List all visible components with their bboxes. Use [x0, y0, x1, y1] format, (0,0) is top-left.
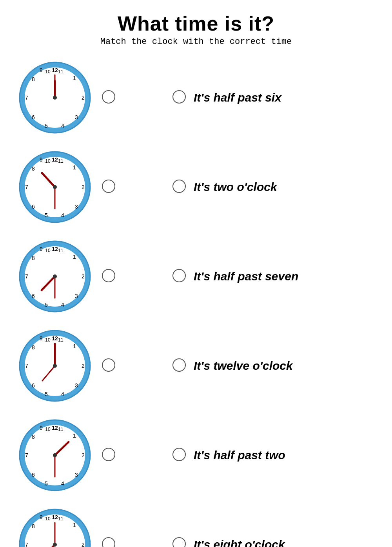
answer-label-2: It's two o'clock [194, 180, 277, 194]
svg-text:1: 1 [73, 75, 76, 81]
row-6: 12 1 2 3 4 5 6 7 8 9 10 11 [16, 505, 376, 547]
clock-radio-4[interactable] [102, 358, 115, 373]
answer-label-4: It's twelve o'clock [194, 359, 293, 373]
svg-text:5: 5 [45, 123, 48, 129]
svg-text:1: 1 [73, 164, 76, 171]
answer-radio-2[interactable] [172, 180, 186, 194]
clock-area-5: 12 1 2 3 4 5 6 7 8 9 10 11 [16, 416, 141, 494]
svg-text:9: 9 [40, 246, 43, 252]
answer-area-1: It's half past six [172, 90, 376, 105]
svg-text:11: 11 [58, 516, 64, 522]
clock-radio-circle-2[interactable] [102, 180, 115, 193]
svg-text:4: 4 [61, 480, 64, 487]
svg-text:12: 12 [52, 67, 58, 73]
clock-area-6: 12 1 2 3 4 5 6 7 8 9 10 11 [16, 505, 141, 547]
svg-text:5: 5 [45, 212, 48, 218]
answer-label-6: It's eight o'clock [194, 538, 285, 547]
page-header: What time is it? Match the clock with th… [16, 12, 376, 47]
clock-6: 12 1 2 3 4 5 6 7 8 9 10 11 [16, 505, 94, 547]
svg-text:9: 9 [40, 514, 43, 520]
answer-radio-1[interactable] [172, 90, 186, 105]
svg-text:8: 8 [32, 255, 35, 261]
svg-point-33 [53, 185, 57, 189]
answer-radio-circle-5[interactable] [172, 448, 186, 461]
answer-radio-circle-4[interactable] [172, 358, 186, 372]
svg-text:5: 5 [45, 302, 48, 308]
svg-point-50 [53, 274, 57, 278]
svg-point-67 [53, 364, 57, 368]
svg-text:3: 3 [75, 472, 78, 478]
svg-text:3: 3 [75, 382, 78, 389]
svg-text:12: 12 [52, 246, 58, 252]
svg-text:10: 10 [45, 69, 51, 75]
rows-container: 12 1 2 3 4 5 6 7 8 9 10 11 [16, 58, 376, 547]
clock-2: 12 1 2 3 4 5 6 7 8 9 10 11 [16, 148, 94, 226]
svg-text:11: 11 [58, 337, 64, 343]
row-5: 12 1 2 3 4 5 6 7 8 9 10 11 [16, 416, 376, 494]
clock-radio-circle-5[interactable] [102, 448, 115, 461]
svg-text:2: 2 [82, 452, 85, 458]
answer-area-6: It's eight o'clock [172, 537, 376, 547]
svg-text:2: 2 [82, 184, 85, 190]
clock-radio-circle-6[interactable] [102, 537, 115, 547]
row-2: 12 1 2 3 4 5 6 7 8 9 10 11 [16, 148, 376, 226]
clock-area-2: 12 1 2 3 4 5 6 7 8 9 10 11 [16, 148, 141, 226]
answer-label-5: It's half past two [194, 449, 285, 462]
clock-radio-circle-3[interactable] [102, 269, 115, 282]
row-4: 12 1 2 3 4 5 6 7 8 9 10 11 [16, 327, 376, 405]
answer-radio-circle-6[interactable] [172, 537, 186, 547]
answer-radio-4[interactable] [172, 358, 186, 373]
svg-text:6: 6 [32, 472, 35, 478]
clock-radio-2[interactable] [102, 180, 115, 194]
clock-4: 12 1 2 3 4 5 6 7 8 9 10 11 [16, 327, 94, 405]
svg-text:12: 12 [52, 156, 58, 163]
svg-text:12: 12 [52, 425, 58, 431]
svg-text:4: 4 [61, 123, 64, 129]
answer-radio-3[interactable] [172, 269, 186, 284]
answer-radio-6[interactable] [172, 537, 186, 547]
answer-radio-circle-1[interactable] [172, 90, 186, 104]
svg-text:6: 6 [32, 204, 35, 210]
svg-text:10: 10 [45, 158, 51, 164]
clock-radio-5[interactable] [102, 448, 115, 463]
svg-text:11: 11 [58, 158, 64, 164]
clock-area-1: 12 1 2 3 4 5 6 7 8 9 10 11 [16, 58, 141, 137]
svg-text:5: 5 [45, 480, 48, 487]
answer-radio-circle-2[interactable] [172, 180, 186, 193]
clock-radio-circle-1[interactable] [102, 90, 115, 104]
svg-text:6: 6 [32, 382, 35, 389]
clock-radio-1[interactable] [102, 90, 115, 105]
svg-text:9: 9 [40, 67, 43, 73]
svg-text:8: 8 [32, 344, 35, 351]
svg-text:1: 1 [73, 522, 76, 528]
svg-text:4: 4 [61, 302, 64, 308]
svg-text:11: 11 [58, 427, 64, 432]
svg-text:8: 8 [32, 76, 35, 82]
answer-label-1: It's half past six [194, 91, 281, 104]
answer-radio-5[interactable] [172, 448, 186, 463]
clock-radio-6[interactable] [102, 537, 115, 547]
svg-text:6: 6 [32, 114, 35, 120]
svg-text:3: 3 [75, 114, 78, 120]
svg-text:9: 9 [40, 335, 43, 342]
answer-label-3: It's half past seven [194, 270, 298, 283]
answer-area-2: It's two o'clock [172, 180, 376, 194]
svg-text:3: 3 [75, 293, 78, 299]
clock-radio-3[interactable] [102, 269, 115, 284]
clock-area-3: 12 1 2 3 4 5 6 7 8 9 10 11 [16, 237, 141, 316]
row-1: 12 1 2 3 4 5 6 7 8 9 10 11 [16, 58, 376, 137]
svg-text:7: 7 [25, 184, 28, 190]
svg-text:2: 2 [82, 273, 85, 280]
clock-radio-circle-4[interactable] [102, 358, 115, 372]
svg-text:11: 11 [58, 69, 64, 75]
row-3: 12 1 2 3 4 5 6 7 8 9 10 11 [16, 237, 376, 316]
svg-text:2: 2 [82, 363, 85, 369]
svg-text:10: 10 [45, 427, 51, 432]
svg-text:2: 2 [82, 94, 85, 101]
svg-point-16 [53, 96, 57, 100]
svg-text:4: 4 [61, 212, 64, 218]
svg-text:9: 9 [40, 425, 43, 431]
svg-text:7: 7 [25, 542, 28, 547]
svg-point-84 [53, 453, 57, 457]
answer-radio-circle-3[interactable] [172, 269, 186, 282]
